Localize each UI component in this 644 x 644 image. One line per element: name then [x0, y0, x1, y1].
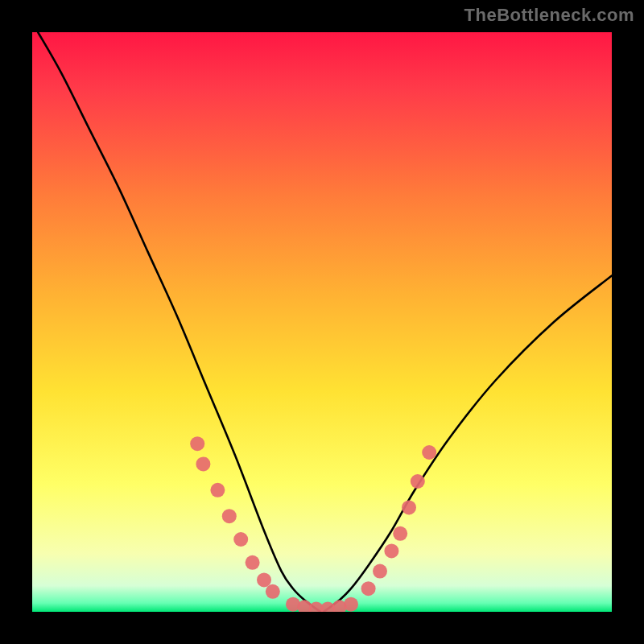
scatter-point [257, 572, 271, 587]
scatter-point [222, 509, 237, 523]
scatter-point [373, 564, 387, 579]
scatter-point [233, 532, 248, 547]
scatter-point [384, 543, 398, 558]
scatter-point [266, 584, 280, 599]
watermark-text: TheBottleneck.com [464, 5, 634, 26]
highlighted-points [190, 436, 436, 612]
chart-svg [32, 32, 612, 612]
scatter-point [422, 445, 436, 460]
bottleneck-curve [38, 32, 612, 612]
scatter-point [393, 526, 407, 541]
scatter-point [196, 456, 210, 471]
scatter-point [411, 474, 425, 489]
scatter-point [210, 483, 225, 497]
scatter-point [344, 597, 358, 612]
scatter-point [402, 500, 416, 514]
plot-area [32, 32, 612, 612]
scatter-point [190, 436, 204, 451]
chart-frame: TheBottleneck.com [0, 0, 644, 644]
scatter-point [361, 581, 376, 596]
scatter-point [246, 555, 260, 570]
